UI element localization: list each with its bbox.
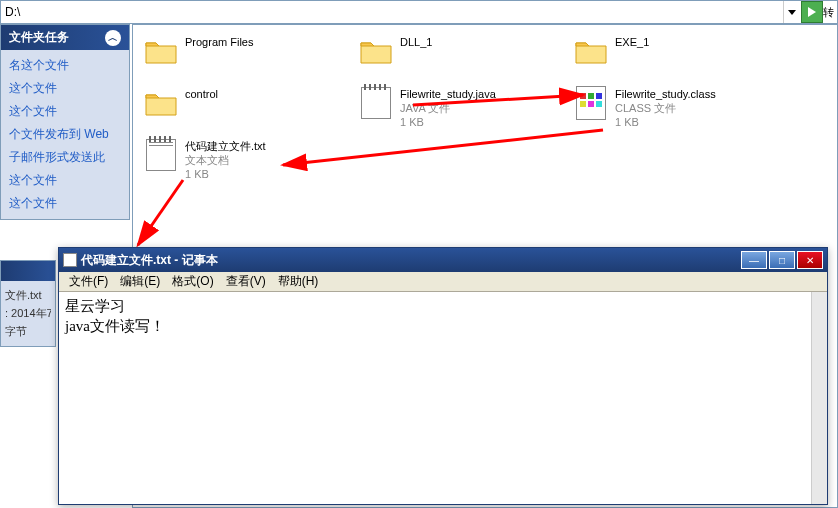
menu-edit[interactable]: 编辑(E) bbox=[114, 273, 166, 290]
notepad-app-icon bbox=[63, 253, 77, 267]
file-size: 1 KB bbox=[615, 115, 716, 129]
file-type: JAVA 文件 bbox=[400, 101, 496, 115]
file-name: Filewrite_study.class bbox=[615, 87, 716, 101]
address-input[interactable] bbox=[1, 3, 783, 21]
tasks-header[interactable]: 文件夹任务 ︿ bbox=[1, 25, 129, 50]
folder-icon bbox=[358, 35, 394, 67]
folder-item[interactable]: EXE_1 bbox=[573, 35, 773, 67]
detail-size: 字节 bbox=[5, 324, 51, 339]
notepad-window: 代码建立文件.txt - 记事本 — □ ✕ 文件(F) 编辑(E) 格式(O)… bbox=[58, 247, 828, 505]
collapse-icon[interactable]: ︿ bbox=[105, 30, 121, 46]
close-button[interactable]: ✕ bbox=[797, 251, 823, 269]
task-item[interactable]: 名这个文件 bbox=[1, 54, 129, 77]
folder-icon bbox=[573, 35, 609, 67]
notepad-textarea[interactable]: 星云学习 java文件读写！ bbox=[59, 292, 827, 504]
folder-item[interactable]: control bbox=[143, 87, 343, 119]
file-size: 1 KB bbox=[185, 167, 266, 181]
menu-help[interactable]: 帮助(H) bbox=[272, 273, 325, 290]
sidebar: 文件夹任务 ︿ 名这个文件 这个文件 这个文件 个文件发布到 Web 子邮件形式… bbox=[0, 24, 130, 228]
file-name: Program Files bbox=[185, 35, 253, 49]
tasks-header-label: 文件夹任务 bbox=[9, 29, 69, 46]
notepad-title-text: 代码建立文件.txt - 记事本 bbox=[81, 252, 741, 269]
minimize-button[interactable]: — bbox=[741, 251, 767, 269]
file-name: control bbox=[185, 87, 218, 101]
folder-item[interactable]: DLL_1 bbox=[358, 35, 558, 67]
svg-line-2 bbox=[138, 180, 183, 245]
folder-item[interactable]: Program Files bbox=[143, 35, 343, 67]
address-dropdown[interactable] bbox=[783, 1, 799, 23]
file-size: 1 KB bbox=[400, 115, 496, 129]
file-item-txt[interactable]: 代码建立文件.txt 文本文档 1 KB bbox=[143, 139, 343, 181]
menu-view[interactable]: 查看(V) bbox=[220, 273, 272, 290]
tasks-body: 名这个文件 这个文件 这个文件 个文件发布到 Web 子邮件形式发送此 这个文件… bbox=[1, 50, 129, 219]
file-name: EXE_1 bbox=[615, 35, 649, 49]
task-item[interactable]: 这个文件 bbox=[1, 192, 129, 215]
file-type: 文本文档 bbox=[185, 153, 266, 167]
notepad-titlebar[interactable]: 代码建立文件.txt - 记事本 — □ ✕ bbox=[59, 248, 827, 272]
task-item[interactable]: 这个文件 bbox=[1, 169, 129, 192]
file-name: 代码建立文件.txt bbox=[185, 139, 266, 153]
file-type: CLASS 文件 bbox=[615, 101, 716, 115]
file-item-java[interactable]: Filewrite_study.java JAVA 文件 1 KB bbox=[358, 87, 558, 129]
menu-format[interactable]: 格式(O) bbox=[166, 273, 219, 290]
details-body: 文件.txt : 2014年7月 字节 bbox=[1, 281, 55, 346]
file-name: DLL_1 bbox=[400, 35, 432, 49]
class-file-icon bbox=[573, 87, 609, 119]
detail-filename: 文件.txt bbox=[5, 288, 51, 303]
java-file-icon bbox=[358, 87, 394, 119]
task-item[interactable]: 子邮件形式发送此 bbox=[1, 146, 129, 169]
details-header[interactable] bbox=[1, 261, 55, 281]
scrollbar-vertical[interactable] bbox=[811, 292, 827, 504]
go-button[interactable] bbox=[801, 1, 823, 23]
notepad-menubar: 文件(F) 编辑(E) 格式(O) 查看(V) 帮助(H) bbox=[59, 272, 827, 292]
file-item-class[interactable]: Filewrite_study.class CLASS 文件 1 KB bbox=[573, 87, 773, 129]
folder-icon bbox=[143, 35, 179, 67]
folder-icon bbox=[143, 87, 179, 119]
task-item[interactable]: 这个文件 bbox=[1, 100, 129, 123]
detail-date: : 2014年7月 bbox=[5, 306, 51, 321]
maximize-button[interactable]: □ bbox=[769, 251, 795, 269]
text-file-icon bbox=[143, 139, 179, 171]
address-bar: 转 bbox=[0, 0, 838, 24]
task-item[interactable]: 这个文件 bbox=[1, 77, 129, 100]
chevron-down-icon bbox=[788, 10, 796, 15]
task-item[interactable]: 个文件发布到 Web bbox=[1, 123, 129, 146]
menu-file[interactable]: 文件(F) bbox=[63, 273, 114, 290]
tasks-panel: 文件夹任务 ︿ 名这个文件 这个文件 这个文件 个文件发布到 Web 子邮件形式… bbox=[0, 24, 130, 220]
arrow-right-icon bbox=[808, 7, 816, 17]
annotation-arrow bbox=[133, 175, 193, 255]
file-name: Filewrite_study.java bbox=[400, 87, 496, 101]
details-panel: 文件.txt : 2014年7月 字节 bbox=[0, 260, 56, 347]
toolbar-extra[interactable]: 转 bbox=[823, 0, 837, 24]
